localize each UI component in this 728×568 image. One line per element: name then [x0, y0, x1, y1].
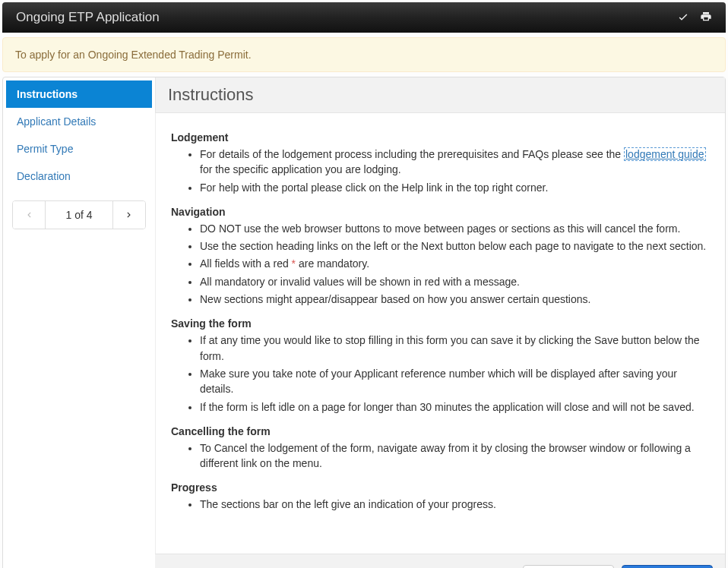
- list-item: For help with the portal please click on…: [200, 180, 710, 195]
- sidebar-item-instructions[interactable]: Instructions: [6, 80, 152, 108]
- lodgement-guide-link[interactable]: lodgement guide: [624, 147, 706, 161]
- list-item: For details of the lodgement process inc…: [200, 147, 710, 178]
- list-item: If the form is left idle on a page for l…: [200, 399, 710, 415]
- header-actions: [677, 11, 712, 25]
- info-banner: To apply for an Ongoing Extended Trading…: [2, 37, 726, 72]
- next-button[interactable]: Next: [622, 565, 713, 568]
- sidebar: Instructions Applicant Details Permit Ty…: [3, 77, 155, 568]
- sidebar-item-declaration[interactable]: Declaration: [6, 163, 152, 190]
- section-heading-navigation: Navigation: [171, 206, 710, 218]
- check-icon[interactable]: [677, 11, 689, 25]
- prev-button[interactable]: Prev: [523, 565, 614, 568]
- saving-list: If at any time you would like to stop fi…: [171, 333, 710, 414]
- sidebar-item-label: Instructions: [17, 88, 78, 100]
- lodgement-list: For details of the lodgement process inc…: [171, 147, 710, 195]
- content-body: Lodgement For details of the lodgement p…: [155, 113, 725, 554]
- sidebar-item-label: Permit Type: [17, 143, 73, 155]
- list-item: Make sure you take note of your Applican…: [200, 366, 710, 397]
- section-heading-lodgement: Lodgement: [171, 131, 710, 144]
- chevron-right-icon: [124, 210, 135, 220]
- sidebar-item-label: Applicant Details: [17, 115, 96, 128]
- pager-text: 1 of 4: [45, 201, 113, 229]
- content-header: Instructions: [155, 77, 725, 113]
- list-item: To Cancel the lodgement of the form, nav…: [200, 440, 710, 472]
- list-item: All fields with a red * are mandatory.: [200, 256, 710, 271]
- chevron-left-icon: [24, 210, 34, 220]
- section-heading-progress: Progress: [171, 481, 710, 494]
- sidebar-item-permit-type[interactable]: Permit Type: [6, 135, 152, 163]
- sidebar-item-applicant-details[interactable]: Applicant Details: [6, 108, 152, 135]
- list-item: If at any time you would like to stop fi…: [200, 333, 710, 364]
- section-heading-cancelling: Cancelling the form: [171, 425, 710, 437]
- section-pager: 1 of 4: [12, 200, 146, 229]
- list-item: All mandatory or invalid values will be …: [200, 274, 710, 289]
- list-item: New sections might appear/disappear base…: [200, 292, 710, 307]
- list-item: DO NOT use the web browser buttons to mo…: [200, 221, 710, 236]
- app-header: Ongoing ETP Application: [2, 2, 726, 33]
- list-item: The sections bar on the left give an ind…: [200, 497, 710, 512]
- app-title: Ongoing ETP Application: [16, 10, 160, 25]
- wizard-nav-buttons: Prev Next: [155, 554, 725, 568]
- pager-prev-button[interactable]: [13, 201, 45, 229]
- navigation-list: DO NOT use the web browser buttons to mo…: [171, 221, 710, 307]
- progress-list: The sections bar on the left give an ind…: [171, 497, 710, 512]
- pager-next-button[interactable]: [113, 201, 145, 229]
- section-heading-saving: Saving the form: [171, 317, 710, 330]
- list-item: Use the section heading links on the lef…: [200, 238, 710, 254]
- sidebar-item-label: Declaration: [17, 170, 71, 182]
- cancelling-list: To Cancel the lodgement of the form, nav…: [171, 440, 710, 472]
- main-container: Instructions Applicant Details Permit Ty…: [2, 77, 726, 568]
- section-nav: Instructions Applicant Details Permit Ty…: [6, 80, 152, 190]
- content-area: Instructions Lodgement For details of th…: [155, 77, 725, 568]
- print-icon[interactable]: [700, 11, 712, 25]
- page-title: Instructions: [168, 85, 713, 105]
